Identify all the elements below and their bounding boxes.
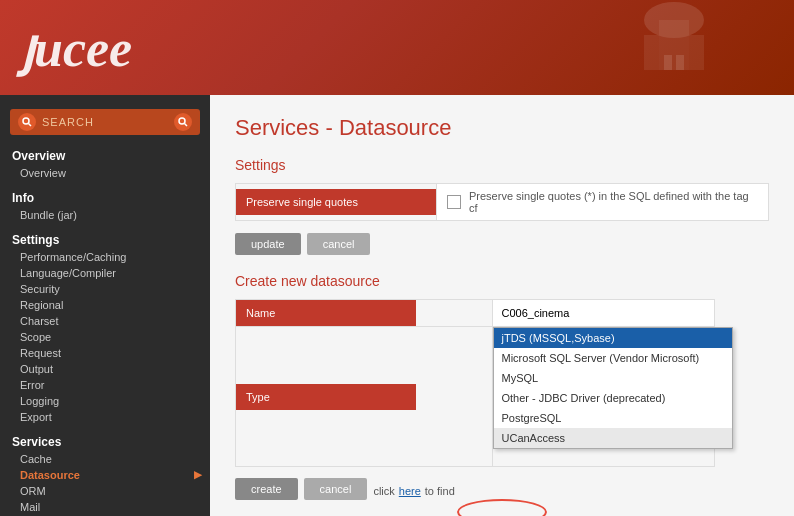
create-cancel-button[interactable]: cancel bbox=[304, 478, 368, 500]
dropdown-option-other-jdbc[interactable]: Other - JDBC Driver (deprecated) bbox=[494, 388, 732, 408]
sidebar-item-performance[interactable]: Performance/Caching bbox=[0, 249, 210, 265]
sidebar-item-output[interactable]: Output bbox=[0, 361, 210, 377]
preserve-quotes-checkbox[interactable] bbox=[447, 195, 461, 209]
dropdown-option-postgresql[interactable]: PostgreSQL bbox=[494, 408, 732, 428]
preserve-quotes-hint: Preserve single quotes (*) in the SQL de… bbox=[469, 190, 758, 214]
create-button[interactable]: create bbox=[235, 478, 298, 500]
sidebar-item-scope[interactable]: Scope bbox=[0, 329, 210, 345]
ucanaccess-circle-annotation bbox=[457, 499, 547, 516]
preserve-quotes-row: Preserve single quotes Preserve single q… bbox=[236, 184, 769, 221]
main-layout: SEARCH Overview Overview Info Bundle (ja… bbox=[0, 95, 794, 516]
type-row: Type jTDS (MSSQL,Sybase) Microsoft SQL S… bbox=[236, 327, 715, 467]
sidebar-section-services: Services bbox=[0, 431, 210, 451]
name-row: Name bbox=[236, 300, 715, 327]
name-label: Name bbox=[236, 300, 416, 326]
type-label: Type bbox=[236, 384, 416, 410]
create-datasource-area: Name Type jTDS (MSS bbox=[235, 299, 715, 467]
dropdown-option-ucanaccess[interactable]: UCanAccess bbox=[494, 428, 732, 448]
sidebar-item-charset[interactable]: Charset bbox=[0, 313, 210, 329]
svg-rect-3 bbox=[689, 35, 704, 70]
sidebar-section-overview: Overview bbox=[0, 145, 210, 165]
header-building-decoration bbox=[614, 0, 734, 95]
sidebar-item-cache[interactable]: Cache bbox=[0, 451, 210, 467]
search-bar[interactable]: SEARCH bbox=[10, 109, 200, 135]
sidebar-item-request[interactable]: Request bbox=[0, 345, 210, 361]
svg-rect-2 bbox=[644, 35, 659, 70]
create-section-title: Create new datasource bbox=[235, 273, 769, 289]
page-title: Services - Datasource bbox=[235, 115, 769, 141]
sidebar: SEARCH Overview Overview Info Bundle (ja… bbox=[0, 95, 210, 516]
svg-rect-5 bbox=[676, 55, 684, 70]
header: ȷucee bbox=[0, 0, 794, 95]
sidebar-item-orm[interactable]: ORM bbox=[0, 483, 210, 499]
dropdown-option-mysql[interactable]: MySQL bbox=[494, 368, 732, 388]
sidebar-section-settings: Settings bbox=[0, 229, 210, 249]
svg-rect-1 bbox=[659, 20, 689, 70]
logo: ȷucee bbox=[20, 18, 132, 78]
search-input[interactable]: SEARCH bbox=[42, 116, 174, 128]
sidebar-item-export[interactable]: Export bbox=[0, 409, 210, 425]
svg-line-9 bbox=[185, 124, 188, 127]
sidebar-item-error[interactable]: Error bbox=[0, 377, 210, 393]
hint-link[interactable]: here bbox=[399, 485, 421, 497]
sidebar-item-bundle[interactable]: Bundle (jar) bbox=[0, 207, 210, 223]
hint-text: click bbox=[373, 485, 394, 497]
preserve-quotes-value: Preserve single quotes (*) in the SQL de… bbox=[437, 184, 768, 220]
svg-line-7 bbox=[29, 124, 32, 127]
sidebar-item-overview[interactable]: Overview bbox=[0, 165, 210, 181]
hint-row: click here to find bbox=[373, 482, 454, 500]
preserve-quotes-label: Preserve single quotes bbox=[236, 189, 436, 215]
sidebar-item-datasource[interactable]: Datasource bbox=[0, 467, 210, 483]
settings-section-title: Settings bbox=[235, 157, 769, 173]
name-input[interactable] bbox=[499, 304, 709, 322]
update-button[interactable]: update bbox=[235, 233, 301, 255]
svg-point-8 bbox=[179, 118, 185, 124]
dropdown-option-jtds[interactable]: jTDS (MSSQL,Sybase) bbox=[494, 328, 732, 348]
name-value-cell[interactable] bbox=[493, 300, 715, 326]
create-table: Name Type jTDS (MSS bbox=[235, 299, 715, 467]
sidebar-item-regional[interactable]: Regional bbox=[0, 297, 210, 313]
settings-cancel-button[interactable]: cancel bbox=[307, 233, 371, 255]
sidebar-item-mail[interactable]: Mail bbox=[0, 499, 210, 515]
sidebar-section-info: Info bbox=[0, 187, 210, 207]
type-dropdown-menu[interactable]: jTDS (MSSQL,Sybase) Microsoft SQL Server… bbox=[493, 327, 733, 449]
search-icon-right[interactable] bbox=[174, 113, 192, 131]
settings-table: Preserve single quotes Preserve single q… bbox=[235, 183, 769, 221]
settings-buttons: update cancel bbox=[235, 233, 769, 255]
svg-rect-4 bbox=[664, 55, 672, 70]
sidebar-item-language[interactable]: Language/Compiler bbox=[0, 265, 210, 281]
sidebar-item-security[interactable]: Security bbox=[0, 281, 210, 297]
create-buttons: create cancel click here to find bbox=[235, 478, 769, 500]
search-icon-left bbox=[18, 113, 36, 131]
hint-suffix: to find bbox=[425, 485, 455, 497]
dropdown-option-mssql[interactable]: Microsoft SQL Server (Vendor Microsoft) bbox=[494, 348, 732, 368]
svg-point-6 bbox=[23, 118, 29, 124]
sidebar-item-logging[interactable]: Logging bbox=[0, 393, 210, 409]
logo-j: ȷucee bbox=[20, 20, 132, 77]
content-area: Services - Datasource Settings Preserve … bbox=[210, 95, 794, 516]
